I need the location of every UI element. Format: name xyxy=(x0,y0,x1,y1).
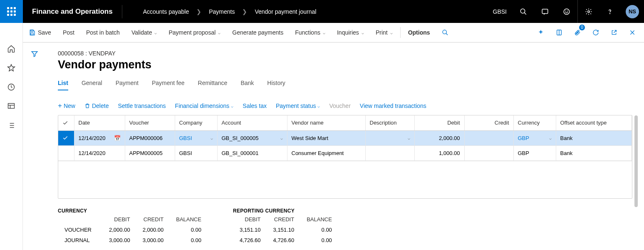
page-tabs: List General Payment Payment fee Remitta… xyxy=(58,80,632,91)
cell-voucher[interactable]: APPM000005 xyxy=(125,145,175,160)
search-button[interactable] xyxy=(513,0,534,23)
save-button[interactable]: Save xyxy=(23,23,57,42)
svg-point-4 xyxy=(565,11,566,11)
col-account[interactable]: Account xyxy=(217,115,287,130)
col-company[interactable]: Company xyxy=(175,115,217,130)
cell-date[interactable]: 12/14/2020 xyxy=(74,145,125,160)
new-button[interactable]: +New xyxy=(58,102,75,110)
breadcrumb-item[interactable]: Vendor payment journal xyxy=(255,8,316,15)
payment-status-menu[interactable]: Payment status⌵ xyxy=(276,102,320,109)
chevron-down-icon[interactable]: ⌵ xyxy=(408,136,410,140)
inquiries-menu[interactable]: Inquiries⌵ xyxy=(331,23,370,42)
chevron-down-icon[interactable]: ⌵ xyxy=(549,136,552,140)
financial-dimensions-menu[interactable]: Financial dimensions⌵ xyxy=(175,102,234,109)
tab-history[interactable]: History xyxy=(267,80,285,90)
col-debit[interactable]: Debit xyxy=(414,115,464,130)
recent-button[interactable] xyxy=(7,83,15,91)
cell-credit[interactable] xyxy=(464,145,513,160)
validate-menu[interactable]: Validate⌵ xyxy=(126,23,163,42)
cell-offset[interactable]: Bank xyxy=(556,145,632,160)
post-in-batch-button[interactable]: Post in batch xyxy=(80,23,126,42)
print-menu[interactable]: Print⌵ xyxy=(370,23,399,42)
col-description[interactable]: Description xyxy=(365,115,414,130)
personalize-button[interactable] xyxy=(532,23,550,42)
cell-debit[interactable]: 2,000.00 xyxy=(414,130,464,145)
attachments-button[interactable]: 0 xyxy=(568,23,587,42)
action-search-button[interactable] xyxy=(436,23,454,42)
sales-tax-button[interactable]: Sales tax xyxy=(243,102,267,109)
chevron-down-icon[interactable]: ⌵ xyxy=(280,136,283,140)
cell-currency[interactable]: GBP xyxy=(513,145,556,160)
svg-point-0 xyxy=(520,9,525,13)
settings-button[interactable] xyxy=(577,0,599,23)
cell-currency[interactable]: GBP⌵ xyxy=(513,130,556,145)
cell-date[interactable]: 12/14/2020📅 xyxy=(74,130,125,145)
close-button[interactable] xyxy=(623,23,642,42)
favorites-button[interactable] xyxy=(7,64,15,72)
col-offset[interactable]: Offset account type xyxy=(556,115,632,130)
chevron-down-icon[interactable]: ⌵ xyxy=(211,136,213,140)
select-all-checkbox[interactable] xyxy=(58,115,74,130)
cell-account[interactable]: GB_SI_000001 xyxy=(217,145,287,160)
breadcrumb-item[interactable]: Accounts payable xyxy=(143,8,189,15)
cell-company[interactable]: GBSI⌵ xyxy=(175,130,217,145)
table-row[interactable]: 12/14/2020📅 APPM000006 GBSI⌵ GB_SI_00000… xyxy=(58,130,632,145)
chevron-right-icon: ❯ xyxy=(242,8,247,15)
home-button[interactable] xyxy=(7,45,15,53)
cell-offset[interactable]: Bank xyxy=(556,130,632,145)
functions-menu[interactable]: Functions⌵ xyxy=(289,23,331,42)
app-launcher-button[interactable] xyxy=(0,0,23,23)
tab-payment-fee[interactable]: Payment fee xyxy=(152,80,185,90)
chevron-down-icon: ⌵ xyxy=(218,30,220,35)
options-button[interactable]: Options xyxy=(402,23,436,42)
page-options-button[interactable] xyxy=(550,23,568,42)
row-checkbox[interactable] xyxy=(58,130,74,145)
payment-proposal-menu[interactable]: Payment proposal⌵ xyxy=(163,23,226,42)
filter-panel-toggle[interactable] xyxy=(23,42,46,250)
sparkle-icon xyxy=(537,29,544,36)
generate-payments-button[interactable]: Generate payments xyxy=(226,23,289,42)
help-button[interactable] xyxy=(599,0,621,23)
col-currency[interactable]: Currency xyxy=(513,115,556,130)
popout-button[interactable] xyxy=(605,23,623,42)
gear-icon xyxy=(585,8,592,15)
cell-account[interactable]: GB_SI_000005⌵ xyxy=(217,130,287,145)
filter-icon xyxy=(31,50,38,58)
cell-description[interactable] xyxy=(365,145,414,160)
col-voucher[interactable]: Voucher xyxy=(125,115,175,130)
cell-description[interactable]: ⌵ xyxy=(365,130,414,145)
col-vendor-name[interactable]: Vendor name xyxy=(287,115,365,130)
trash-icon xyxy=(84,103,90,109)
post-button[interactable]: Post xyxy=(57,23,80,42)
col-credit[interactable]: Credit xyxy=(464,115,513,130)
messages-button[interactable] xyxy=(534,0,556,23)
tab-payment[interactable]: Payment xyxy=(116,80,139,90)
refresh-button[interactable] xyxy=(587,23,605,42)
feedback-button[interactable] xyxy=(556,0,577,23)
cell-company[interactable]: GBSI xyxy=(175,145,217,160)
cell-debit[interactable]: 1,000.00 xyxy=(414,145,464,160)
tab-remittance[interactable]: Remittance xyxy=(198,80,228,90)
cell-credit[interactable] xyxy=(464,130,513,145)
user-avatar[interactable]: NS xyxy=(626,5,639,18)
tab-bank[interactable]: Bank xyxy=(240,80,254,90)
chevron-down-icon: ⌵ xyxy=(362,30,364,35)
tab-general[interactable]: General xyxy=(82,80,102,90)
company-label[interactable]: GBSI xyxy=(487,8,513,15)
row-checkbox[interactable] xyxy=(58,145,74,160)
col-date[interactable]: Date xyxy=(74,115,125,130)
workspaces-button[interactable] xyxy=(7,102,15,110)
delete-button[interactable]: Delete xyxy=(84,102,109,109)
cell-voucher[interactable]: APPM000006 xyxy=(125,130,175,145)
table-row[interactable]: 12/14/2020 APPM000005 GBSI GB_SI_000001 … xyxy=(58,145,632,160)
modules-button[interactable] xyxy=(7,121,15,130)
settle-transactions-button[interactable]: Settle transactions xyxy=(118,102,166,109)
calendar-icon[interactable]: 📅 xyxy=(114,135,121,141)
grid-scrollbar[interactable] xyxy=(634,115,638,207)
view-marked-button[interactable]: View marked transactions xyxy=(360,102,426,109)
tab-list[interactable]: List xyxy=(58,80,68,90)
cell-vendor-name[interactable]: West Side Mart xyxy=(287,130,365,145)
breadcrumb-item[interactable]: Payments xyxy=(209,8,235,15)
cell-vendor-name[interactable]: Consumer Equipment xyxy=(287,145,365,160)
book-icon xyxy=(556,29,562,36)
